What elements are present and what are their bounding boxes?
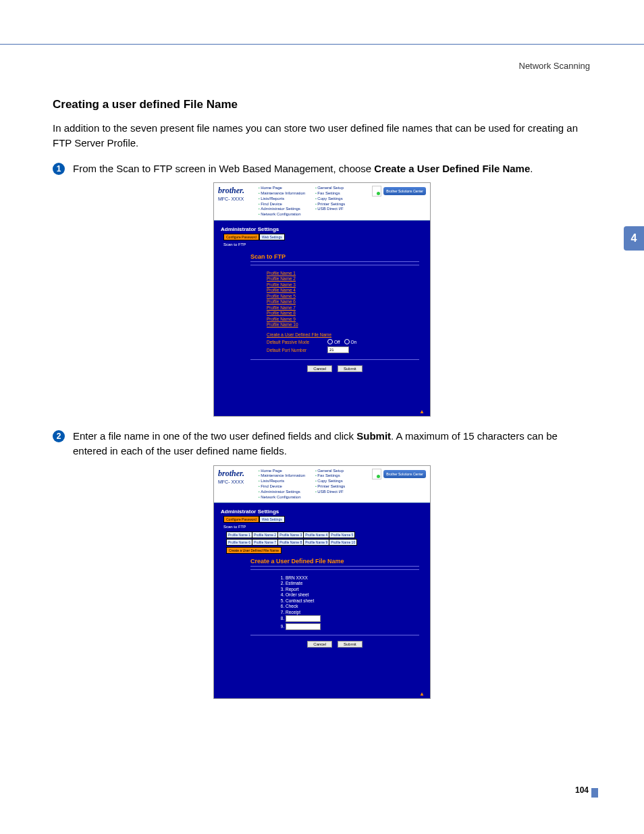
intro-paragraph: In addition to the seven present file na…	[53, 121, 591, 151]
nav-find-device[interactable]: Find Device	[259, 202, 315, 207]
top-rule	[0, 44, 644, 45]
nav-col-right: General Setup Fax Settings Copy Settings…	[315, 186, 372, 217]
nav-home[interactable]: Home Page	[259, 186, 315, 191]
nav-printer-settings[interactable]: Printer Settings	[315, 202, 372, 207]
nav-col-left: Home Page Maintenance Information Lists/…	[259, 469, 315, 500]
nav-fax-settings[interactable]: Fax Settings	[315, 473, 372, 479]
file-name-item: Check	[286, 604, 419, 608]
brand-block: brother. MFC- XXXX	[218, 469, 259, 484]
breadcrumb: Configure PasswordWeb Settings	[223, 234, 419, 240]
page-accent	[591, 788, 598, 798]
nav-network-config[interactable]: Network Configuration	[259, 495, 315, 500]
nav-admin-settings[interactable]: Administrator Settings	[259, 207, 315, 212]
file-name-item: Receipt	[286, 610, 419, 615]
bsc-block: Brother Solutions Center	[372, 469, 426, 479]
port-number-row: Default Port Number 21	[267, 346, 419, 353]
breadcrumb-configure-password[interactable]: Configure Password	[223, 516, 259, 523]
profile-link[interactable]: Profile Name 9	[267, 317, 419, 321]
user-defined-input-9[interactable]	[286, 623, 321, 630]
breadcrumb-configure-password[interactable]: Configure Password	[223, 234, 259, 240]
nav-network-config[interactable]: Network Configuration	[259, 212, 315, 217]
nav-home[interactable]: Home Page	[259, 469, 315, 474]
profile-tab[interactable]: Profile Name 10	[329, 539, 357, 546]
profile-link[interactable]: Profile Name 8	[267, 311, 419, 315]
cancel-button[interactable]: Cancel	[307, 365, 332, 372]
create-file-name-title: Create a User Defined File Name	[250, 558, 419, 567]
nav-maintenance[interactable]: Maintenance Information	[259, 191, 315, 197]
model-label: MFC- XXXX	[218, 479, 259, 484]
profile-tab[interactable]: Profile Name 7	[252, 539, 278, 546]
file-name-item: Order sheet	[286, 592, 419, 597]
nav-general-setup[interactable]: General Setup	[315, 186, 372, 191]
scroll-top-icon[interactable]: ▲	[214, 689, 430, 698]
scroll-top-icon[interactable]: ▲	[214, 407, 430, 416]
screenshot-create-file-name: brother. MFC- XXXX Home Page Maintenance…	[213, 465, 431, 700]
screenshot-body: Administrator Settings Configure Passwor…	[214, 503, 430, 689]
profile-link[interactable]: Profile Name 1	[267, 271, 419, 276]
submit-button[interactable]: Submit	[338, 641, 363, 648]
profile-link[interactable]: Profile Name 7	[267, 305, 419, 310]
step-number-icon: 2	[53, 430, 65, 442]
passive-on-radio[interactable]: On	[344, 339, 357, 344]
profile-tab[interactable]: Profile Name 6	[226, 539, 252, 546]
nav-general-setup[interactable]: General Setup	[315, 469, 372, 474]
profile-tab[interactable]: Profile Name 3	[277, 531, 304, 538]
nav-columns: Home Page Maintenance Information Lists/…	[259, 186, 372, 217]
section-heading: Creating a user defined File Name	[53, 98, 591, 111]
bsc-button[interactable]: Brother Solutions Center	[383, 470, 426, 478]
screenshot-header: brother. MFC- XXXX Home Page Maintenance…	[214, 183, 430, 221]
passive-off-radio[interactable]: Off	[327, 339, 340, 344]
step-1-pre: From the Scan to FTP screen in Web Based…	[73, 163, 374, 174]
brother-logo: brother.	[218, 469, 259, 479]
breadcrumb: Configure PasswordWeb Settings	[223, 516, 419, 523]
submit-button[interactable]: Submit	[338, 365, 363, 372]
port-number-label: Default Port Number	[267, 348, 327, 353]
bsc-button[interactable]: Brother Solutions Center	[383, 187, 426, 195]
create-user-defined-link[interactable]: Create a User Defined File Name	[267, 332, 419, 337]
cancel-button[interactable]: Cancel	[307, 641, 332, 648]
breadcrumb-scan-to-ftp[interactable]: Scan to FTP	[223, 242, 246, 246]
nav-col-left: Home Page Maintenance Information Lists/…	[259, 186, 315, 217]
nav-admin-settings[interactable]: Administrator Settings	[259, 490, 315, 495]
profile-link[interactable]: Profile Name 3	[267, 282, 419, 287]
file-name-input-row	[286, 615, 419, 622]
profile-tab[interactable]: Profile Name 1	[226, 531, 252, 538]
running-header: Network Scanning	[519, 61, 591, 71]
profile-link[interactable]: Profile Name 2	[267, 276, 419, 281]
profile-tab[interactable]: Profile Name 4	[303, 531, 329, 538]
profile-link[interactable]: Profile Name 6	[267, 299, 419, 304]
profile-tab[interactable]: Profile Name 8	[277, 539, 304, 546]
user-defined-input-8[interactable]	[286, 615, 321, 622]
passive-mode-label: Default Passive Mode	[267, 340, 327, 344]
nav-lists[interactable]: Lists/Reports	[259, 197, 315, 202]
chapter-tab: 4	[624, 226, 644, 251]
page-number: 104	[575, 785, 589, 795]
nav-lists[interactable]: Lists/Reports	[259, 479, 315, 484]
brother-logo: brother.	[218, 186, 259, 196]
profile-panel: Profile Name 1 Profile Name 2 Profile Na…	[250, 265, 419, 360]
nav-copy-settings[interactable]: Copy Settings	[315, 197, 372, 202]
profile-tab[interactable]: Profile Name 2	[252, 531, 278, 538]
profile-tab[interactable]: Profile Name 5	[329, 531, 355, 538]
doc-check-icon	[372, 469, 381, 479]
content: Creating a user defined File Name In add…	[0, 44, 644, 699]
brand-block: brother. MFC- XXXX	[218, 186, 259, 201]
profile-link[interactable]: Profile Name 5	[267, 294, 419, 298]
create-user-defined-tab[interactable]: Create a User Defined File Name	[226, 547, 281, 554]
nav-find-device[interactable]: Find Device	[259, 484, 315, 490]
nav-copy-settings[interactable]: Copy Settings	[315, 479, 372, 484]
breadcrumb-web-settings[interactable]: Web Settings	[259, 234, 285, 240]
nav-usb-direct[interactable]: USB Direct I/F	[315, 490, 372, 495]
breadcrumb-web-settings[interactable]: Web Settings	[259, 516, 285, 523]
nav-maintenance[interactable]: Maintenance Information	[259, 473, 315, 479]
profile-link[interactable]: Profile Name 10	[267, 322, 419, 327]
nav-usb-direct[interactable]: USB Direct I/F	[315, 207, 372, 212]
nav-printer-settings[interactable]: Printer Settings	[315, 484, 372, 490]
port-number-input[interactable]: 21	[327, 346, 349, 353]
profile-link[interactable]: Profile Name 4	[267, 288, 419, 292]
nav-fax-settings[interactable]: Fax Settings	[315, 191, 372, 197]
profile-tab[interactable]: Profile Name 9	[303, 539, 329, 546]
doc-check-icon	[372, 186, 381, 197]
breadcrumb-scan-to-ftp[interactable]: Scan to FTP	[223, 525, 246, 529]
step-1-post: .	[530, 163, 533, 174]
